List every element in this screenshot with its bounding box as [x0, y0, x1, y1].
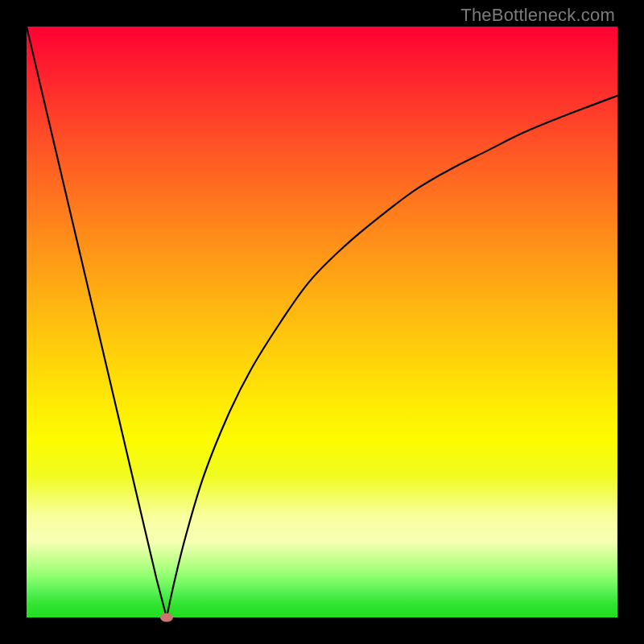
curve-left-branch — [27, 27, 167, 617]
curve-right-branch — [167, 96, 617, 617]
minimum-marker — [160, 613, 173, 622]
chart-frame: TheBottleneck.com — [0, 0, 644, 644]
watermark-text: TheBottleneck.com — [460, 5, 615, 26]
curve-svg — [27, 27, 617, 617]
plot-area — [27, 27, 617, 617]
